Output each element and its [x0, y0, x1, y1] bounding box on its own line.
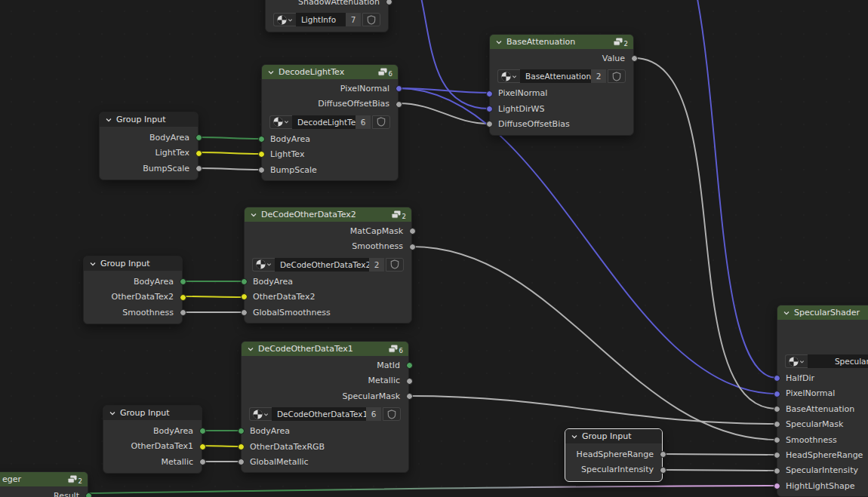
output-socket[interactable]	[406, 393, 413, 400]
output-socket[interactable]	[396, 85, 402, 92]
input-socket[interactable]	[241, 293, 248, 300]
node-editor-canvas[interactable]: ShadowAttenuation LightInfo 7 BaseAttenu…	[0, 0, 868, 497]
users-count[interactable]: 7	[346, 13, 361, 26]
input-socket[interactable]	[774, 468, 780, 474]
input-socket[interactable]	[241, 278, 248, 285]
output-socket[interactable]	[195, 134, 202, 141]
node-header[interactable]: Group Input	[84, 256, 182, 271]
node-header[interactable]: DeCodeOtherDataTex1 6	[242, 342, 408, 356]
output-socket[interactable]	[660, 467, 666, 474]
input-socket[interactable]	[774, 437, 780, 443]
node-group-name-field[interactable]: DeCodeOtherDataTex1	[272, 407, 366, 421]
node-link[interactable]	[183, 296, 244, 297]
node-group-name-field[interactable]: DeCodeOtherDataTex2	[275, 258, 369, 272]
output-socket[interactable]	[180, 294, 186, 301]
output-socket[interactable]	[180, 309, 186, 316]
node-header[interactable]: Group Input	[100, 112, 198, 127]
input-socket[interactable]	[238, 428, 245, 434]
node-header[interactable]: BaseAttenuation 2	[490, 35, 633, 49]
collapse-chevron-icon[interactable]	[571, 433, 578, 440]
node-link[interactable]	[634, 58, 777, 409]
users-count[interactable]: 6	[366, 407, 381, 421]
node-group-name-field[interactable]: SpecularShader	[808, 354, 868, 368]
input-socket[interactable]	[486, 106, 493, 112]
node-group-input-3[interactable]: Group Input BodyArea OtherDataTex1 Metal…	[103, 405, 202, 474]
collapse-chevron-icon[interactable]	[250, 211, 257, 219]
fake-user-shield-button[interactable]	[362, 13, 380, 26]
output-socket[interactable]	[195, 165, 202, 172]
node-link[interactable]	[88, 486, 777, 493]
node-specular-shader[interactable]: SpecularShader SpecularShader HalfDir Pi…	[777, 305, 868, 497]
input-socket[interactable]	[774, 483, 780, 489]
output-socket[interactable]	[386, 0, 392, 5]
input-socket[interactable]	[238, 443, 245, 450]
node-header[interactable]: Group Input	[103, 406, 202, 420]
node-group-name-field[interactable]: LightInfo	[296, 13, 346, 26]
material-preview-dropdown[interactable]	[252, 258, 275, 272]
output-socket[interactable]	[660, 451, 666, 458]
input-socket[interactable]	[486, 121, 493, 127]
node-header[interactable]: Group Input	[565, 429, 662, 443]
input-socket[interactable]	[258, 167, 265, 173]
node-link[interactable]	[663, 454, 777, 455]
node-link[interactable]	[399, 103, 489, 124]
node-header[interactable]: eger 2	[0, 472, 88, 486]
collapse-chevron-icon[interactable]	[89, 260, 97, 268]
input-socket[interactable]	[774, 375, 780, 382]
node-decode-other-data-tex2[interactable]: DeCodeOtherDataTex2 2 MatCapMask Smoothn…	[244, 207, 412, 324]
output-socket[interactable]	[406, 362, 413, 369]
node-link[interactable]	[199, 152, 261, 154]
fake-user-shield-button[interactable]	[386, 258, 404, 272]
output-socket[interactable]	[85, 492, 92, 497]
fake-user-shield-button[interactable]	[372, 115, 390, 129]
users-count[interactable]: 2	[369, 258, 384, 272]
output-socket[interactable]	[199, 459, 206, 465]
fake-user-shield-button[interactable]	[383, 407, 401, 421]
output-socket[interactable]	[195, 150, 202, 157]
input-socket[interactable]	[774, 406, 780, 413]
input-socket[interactable]	[258, 136, 265, 143]
node-group-name-field[interactable]: BaseAttenuation	[520, 69, 591, 83]
node-link[interactable]	[199, 168, 261, 170]
node-link[interactable]	[202, 446, 241, 446]
node-group-input-2[interactable]: Group Input BodyArea OtherDataTex2 Smoot…	[83, 256, 183, 324]
node-header[interactable]: DeCodeOtherDataTex2 2	[245, 207, 411, 222]
users-count[interactable]: 6	[356, 115, 371, 129]
node-link[interactable]	[696, 0, 777, 378]
node-group-input-1[interactable]: Group Input BodyArea LightTex BumpScale	[99, 112, 199, 180]
node-decode-other-data-tex1[interactable]: DeCodeOtherDataTex1 6 MatId Metallic Spe…	[241, 341, 409, 473]
fake-user-shield-button[interactable]	[608, 69, 626, 83]
collapse-chevron-icon[interactable]	[267, 69, 275, 76]
output-socket[interactable]	[409, 244, 416, 250]
users-count[interactable]: 2	[591, 69, 606, 83]
node-link[interactable]	[663, 470, 777, 471]
material-preview-dropdown[interactable]	[249, 407, 272, 421]
node-link[interactable]	[199, 137, 261, 139]
output-socket[interactable]	[631, 55, 638, 62]
node-header[interactable]: DecodeLightTex 6	[262, 65, 398, 79]
input-socket[interactable]	[238, 459, 245, 465]
node-link[interactable]	[409, 396, 777, 424]
output-socket[interactable]	[406, 378, 413, 385]
node-integer-partial[interactable]: eger 2 Result	[0, 471, 88, 497]
node-group-name-field[interactable]: DecodeLightTex	[292, 115, 356, 129]
collapse-chevron-icon[interactable]	[247, 345, 254, 353]
input-socket[interactable]	[774, 452, 780, 459]
material-preview-dropdown[interactable]	[273, 13, 296, 26]
collapse-chevron-icon[interactable]	[495, 38, 503, 46]
output-socket[interactable]	[199, 428, 206, 434]
node-header[interactable]: SpecularShader	[777, 305, 868, 320]
output-socket[interactable]	[409, 228, 416, 235]
input-socket[interactable]	[258, 151, 265, 158]
input-socket[interactable]	[774, 391, 780, 397]
collapse-chevron-icon[interactable]	[109, 410, 116, 417]
material-preview-dropdown[interactable]	[269, 115, 292, 129]
input-socket[interactable]	[241, 309, 248, 316]
node-base-attenuation[interactable]: BaseAttenuation 2 Value BaseAttenuation …	[489, 34, 634, 136]
material-preview-dropdown[interactable]	[497, 69, 520, 83]
node-group-input-4[interactable]: Group Input HeadSphereRange SpecularInte…	[565, 428, 663, 482]
output-socket[interactable]	[180, 278, 186, 285]
output-socket[interactable]	[396, 101, 402, 108]
node-decode-light-tex[interactable]: DecodeLightTex 6 PixelNormal DiffuseOffs…	[261, 64, 399, 181]
node-light-info[interactable]: ShadowAttenuation LightInfo 7	[265, 0, 389, 32]
